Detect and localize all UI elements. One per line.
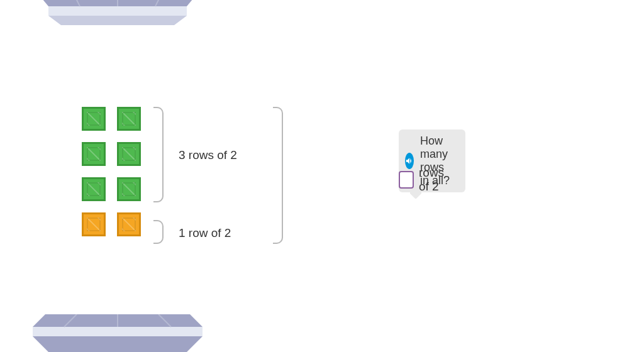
tile-green [117, 107, 141, 131]
svg-marker-2 [48, 6, 187, 16]
tile-row [82, 212, 141, 236]
tile-green [82, 177, 106, 201]
tile-row [82, 107, 141, 131]
tile-row [82, 142, 141, 166]
label-group-1: 3 rows of 2 [179, 148, 237, 162]
bracket-group-1 [153, 107, 164, 202]
tile-orange [117, 212, 141, 236]
bracket-total [273, 107, 283, 244]
label-group-2: 1 row of 2 [179, 226, 231, 240]
tile-green [117, 177, 141, 201]
tile-green [117, 142, 141, 166]
tile-grid [82, 107, 141, 236]
bracket-labels: 3 rows of 2 1 row of 2 How many rows in … [153, 107, 286, 245]
answer-row: rows of 2 [399, 166, 444, 194]
tile-green [82, 142, 106, 166]
tray-top-decoration [33, 0, 203, 25]
svg-marker-8 [33, 327, 203, 336]
tray-bottom-decoration [33, 314, 203, 352]
answer-suffix: rows of 2 [419, 166, 444, 194]
bracket-group-2 [153, 220, 164, 244]
tile-green [82, 107, 106, 131]
svg-marker-3 [48, 16, 187, 25]
tile-row [82, 177, 141, 201]
answer-input[interactable] [399, 171, 414, 189]
exercise-content: 3 rows of 2 1 row of 2 How many rows in … [82, 107, 286, 245]
svg-marker-9 [33, 336, 203, 352]
tile-orange [82, 212, 106, 236]
